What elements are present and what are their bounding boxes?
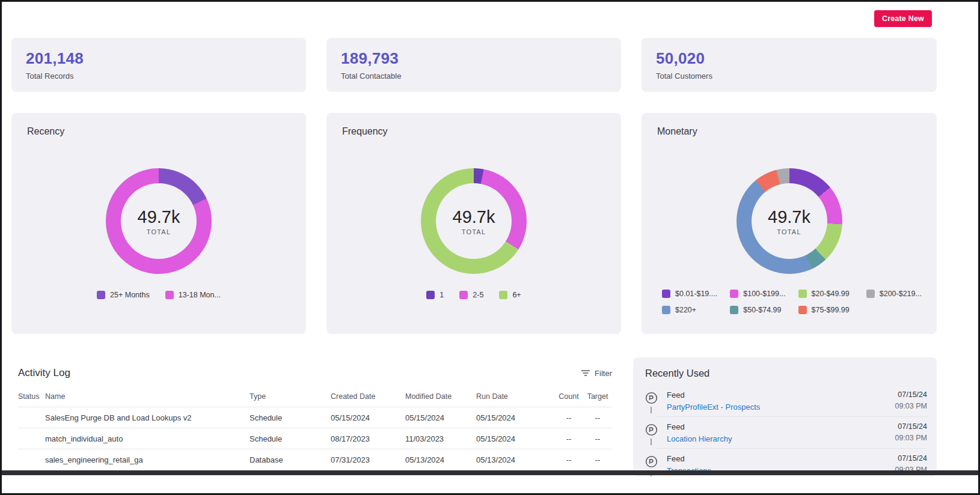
col-created: Created Date	[331, 392, 405, 401]
monetary-chart-card: Monetary 49.7k TOTAL $0.01-$19.... $100-…	[642, 113, 937, 334]
legend-item-50-74[interactable]: $50-$74.99	[730, 306, 781, 314]
legend-swatch	[866, 290, 875, 298]
recently-used-list: Feed PartyProfileExt - Prospects 07/15/2…	[633, 385, 937, 476]
legend-label: 6+	[512, 291, 521, 299]
legend-item-220-plus[interactable]: $220+	[662, 306, 696, 314]
legend-label: $75-$99.99	[812, 306, 850, 314]
table-row[interactable]: match_individual_auto Schedule 08/17/202…	[18, 428, 612, 449]
legend-label: $50-$74.99	[743, 306, 781, 314]
monetary-donut-center: 49.7k TOTAL	[752, 183, 827, 259]
create-new-button[interactable]: Create New	[874, 10, 932, 27]
legend-item-2-5[interactable]: 2-5	[459, 291, 483, 299]
frequency-legend: 1 2-5 6+	[326, 291, 621, 299]
filter-label: Filter	[595, 369, 612, 378]
recency-donut-wrap: 49.7k TOTAL	[106, 168, 212, 274]
recency-total-label: TOTAL	[147, 228, 171, 235]
item-date: 07/15/24	[895, 422, 927, 431]
count-cell: --	[554, 455, 583, 464]
legend-item-13-18-months[interactable]: 13-18 Mon...	[165, 291, 221, 299]
monetary-legend: $0.01-$19.... $100-$199... $20-$49.99 $2…	[662, 290, 929, 314]
legend-label: 13-18 Mon...	[179, 291, 221, 299]
total-records-value: 201,148	[26, 49, 292, 68]
legend-label: $100-$199...	[743, 290, 785, 298]
frequency-donut[interactable]: 49.7k TOTAL	[421, 168, 527, 274]
col-run: Run Date	[476, 392, 554, 401]
legend-item-200-219[interactable]: $200-$219...	[866, 290, 922, 298]
legend-item-75-99[interactable]: $75-$99.99	[798, 306, 850, 314]
frequency-title: Frequency	[342, 126, 605, 137]
stat-card-total-customers: 50,020 Total Customers	[642, 38, 937, 92]
table-row[interactable]: SalesEng Purge DB and Load Lookups v2 Sc…	[18, 407, 612, 428]
list-item[interactable]: Feed PartyProfileExt - Prospects 07/15/2…	[633, 385, 937, 417]
count-cell: --	[554, 434, 583, 443]
activity-log-section: Activity Log Filter Status Name Type Cre…	[18, 367, 612, 470]
item-link[interactable]: PartyProfileExt - Prospects	[667, 402, 895, 411]
type-cell: Schedule	[250, 434, 331, 443]
modified-cell: 11/03/2023	[405, 434, 476, 443]
monetary-total-label: TOTAL	[777, 228, 801, 235]
horizontal-scrollbar[interactable]	[2, 470, 978, 475]
recently-used-card: Recently Used Feed PartyProfileExt - Pro…	[633, 357, 937, 476]
legend-item-6-plus[interactable]: 6+	[499, 291, 521, 299]
legend-label: $200-$219...	[880, 290, 922, 298]
monetary-title: Monetary	[657, 126, 921, 137]
type-cell: Schedule	[250, 413, 331, 422]
col-count: Count	[554, 392, 583, 401]
total-contactable-label: Total Contactable	[341, 71, 607, 80]
frequency-donut-wrap: 49.7k TOTAL	[421, 168, 527, 274]
item-link[interactable]: Location Hierarchy	[667, 434, 895, 443]
name-cell: match_individual_auto	[45, 434, 250, 443]
legend-swatch	[459, 291, 468, 299]
item-time: 09:03 PM	[895, 434, 927, 442]
list-item[interactable]: Feed Location Hierarchy 07/15/24 09:03 P…	[633, 417, 937, 449]
recency-chart-card: Recency 49.7k TOTAL 25+ Months 13-18 Mon…	[11, 113, 306, 334]
recency-donut-center: 49.7k TOTAL	[121, 183, 197, 259]
filter-button[interactable]: Filter	[581, 369, 612, 378]
legend-label: $220+	[675, 306, 696, 314]
legend-item-1[interactable]: 1	[426, 291, 444, 299]
created-cell: 08/17/2023	[331, 434, 405, 443]
modified-cell: 05/15/2024	[405, 413, 476, 422]
stat-card-total-records: 201,148 Total Records	[11, 38, 306, 92]
recency-donut[interactable]: 49.7k TOTAL	[106, 168, 212, 274]
legend-label: 2-5	[473, 291, 483, 299]
name-cell: sales_engineering_retail_ga	[45, 455, 250, 464]
legend-item-0-01-19[interactable]: $0.01-$19....	[662, 290, 717, 298]
status-cell	[18, 455, 45, 464]
legend-swatch	[662, 306, 670, 314]
monetary-donut[interactable]: 49.7k TOTAL	[737, 168, 842, 274]
total-contactable-value: 189,793	[341, 49, 607, 68]
monetary-donut-wrap: 49.7k TOTAL	[737, 168, 842, 274]
total-customers-value: 50,020	[656, 49, 922, 68]
legend-swatch	[798, 306, 807, 314]
created-cell: 07/31/2023	[331, 455, 405, 464]
run-cell: 05/13/2024	[476, 455, 554, 464]
legend-item-20-49[interactable]: $20-$49.99	[798, 290, 850, 298]
legend-label: $20-$49.99	[812, 290, 850, 298]
legend-swatch	[730, 306, 738, 314]
frequency-total-value: 49.7k	[453, 207, 495, 227]
item-type: Feed	[667, 454, 895, 463]
item-date: 07/15/24	[895, 454, 927, 463]
legend-item-100-199[interactable]: $100-$199...	[730, 290, 785, 298]
legend-item-25-months[interactable]: 25+ Months	[97, 291, 150, 299]
table-row[interactable]: sales_engineering_retail_ga Database 07/…	[18, 449, 612, 470]
name-cell: SalesEng Purge DB and Load Lookups v2	[45, 413, 250, 422]
legend-swatch	[798, 290, 807, 298]
item-time: 09:03 PM	[895, 402, 927, 410]
recently-used-title: Recently Used	[633, 368, 937, 379]
legend-label: 25+ Months	[110, 291, 150, 299]
legend-swatch	[426, 291, 435, 299]
legend-swatch	[730, 290, 738, 298]
legend-label: 1	[439, 291, 444, 299]
legend-swatch	[662, 290, 670, 298]
legend-swatch	[499, 291, 507, 299]
target-cell: --	[583, 455, 612, 464]
feed-icon	[645, 424, 658, 436]
legend-label: $0.01-$19....	[675, 290, 717, 298]
frequency-total-label: TOTAL	[462, 228, 486, 235]
col-modified: Modified Date	[405, 392, 476, 401]
status-cell	[18, 434, 45, 443]
legend-swatch	[97, 291, 105, 299]
total-records-label: Total Records	[26, 71, 292, 80]
